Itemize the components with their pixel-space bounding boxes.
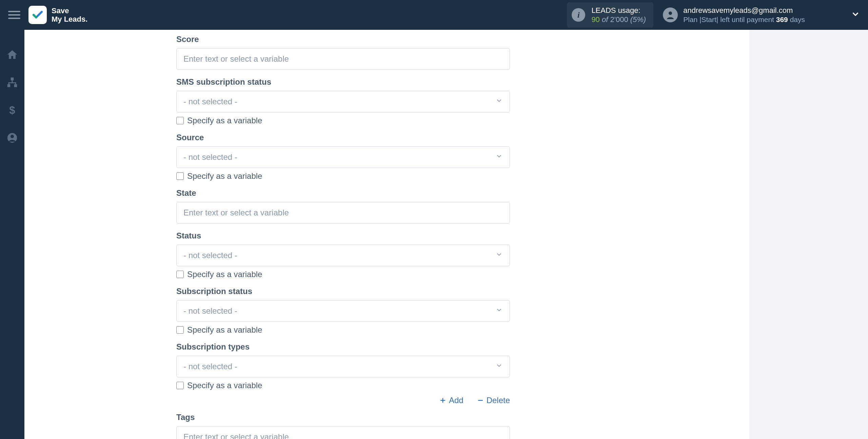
subscription-types-specify-variable-label[interactable]: Specify as a variable bbox=[187, 381, 262, 390]
leads-usage-panel[interactable]: i LEADS usage: 90 of 2'000 (5%) bbox=[567, 2, 653, 28]
minus-icon bbox=[477, 397, 484, 404]
account-menu[interactable]: andrewsavemyleads@gmail.com Plan |Start|… bbox=[663, 6, 860, 24]
source-specify-variable-label[interactable]: Specify as a variable bbox=[187, 171, 262, 181]
leads-usage-value: 90 of 2'000 (5%) bbox=[591, 15, 646, 24]
source-select[interactable]: - not selected - bbox=[176, 146, 510, 168]
sms-specify-variable-checkbox[interactable] bbox=[176, 117, 184, 124]
leads-usage-label: LEADS usage: bbox=[591, 6, 646, 15]
sidebar-item-integrations[interactable] bbox=[6, 77, 18, 89]
sms-subscription-status-select[interactable]: - not selected - bbox=[176, 91, 510, 112]
sidebar-item-home[interactable] bbox=[6, 49, 18, 62]
svg-rect-1 bbox=[11, 78, 14, 81]
subscription-types-specify-variable-checkbox[interactable] bbox=[176, 382, 184, 389]
header: Save My Leads. i LEADS usage: 90 of 2'00… bbox=[0, 0, 868, 30]
svg-text:$: $ bbox=[9, 104, 15, 116]
logo-text: Save My Leads. bbox=[52, 6, 87, 24]
account-email: andrewsavemyleads@gmail.com bbox=[683, 6, 805, 15]
sidebar-item-billing[interactable]: $ bbox=[6, 104, 18, 117]
sidebar-item-account[interactable] bbox=[6, 132, 18, 145]
svg-point-6 bbox=[11, 135, 14, 138]
subscription-types-select[interactable]: - not selected - bbox=[176, 356, 510, 377]
source-specify-variable-checkbox[interactable] bbox=[176, 172, 184, 180]
state-label: State bbox=[176, 188, 510, 198]
sms-specify-variable-label[interactable]: Specify as a variable bbox=[187, 116, 262, 125]
status-select[interactable]: - not selected - bbox=[176, 245, 510, 266]
score-label: Score bbox=[176, 35, 510, 44]
avatar-icon bbox=[663, 7, 678, 22]
logo[interactable]: Save My Leads. bbox=[28, 6, 87, 24]
logo-icon bbox=[28, 6, 47, 24]
form-card: Score SMS subscription status - not sele… bbox=[24, 30, 749, 439]
tags-label: Tags bbox=[176, 413, 510, 422]
subscription-status-select[interactable]: - not selected - bbox=[176, 300, 510, 322]
subscription-status-specify-variable-label[interactable]: Specify as a variable bbox=[187, 325, 262, 335]
plus-icon bbox=[439, 397, 446, 404]
svg-point-0 bbox=[669, 12, 672, 15]
state-input[interactable] bbox=[176, 202, 510, 224]
chevron-down-icon bbox=[495, 152, 503, 162]
status-specify-variable-checkbox[interactable] bbox=[176, 271, 184, 278]
info-icon: i bbox=[572, 8, 585, 22]
hamburger-menu-icon[interactable] bbox=[8, 9, 20, 21]
score-input[interactable] bbox=[176, 48, 510, 70]
status-specify-variable-label[interactable]: Specify as a variable bbox=[187, 270, 262, 279]
delete-button[interactable]: Delete bbox=[477, 396, 510, 405]
add-button[interactable]: Add bbox=[439, 396, 463, 405]
subscription-status-label: Subscription status bbox=[176, 287, 510, 296]
chevron-down-icon bbox=[495, 362, 503, 371]
tags-input[interactable] bbox=[176, 426, 510, 439]
svg-rect-3 bbox=[14, 84, 17, 87]
svg-rect-2 bbox=[7, 84, 10, 87]
chevron-down-icon bbox=[495, 97, 503, 106]
sidebar: $ bbox=[0, 30, 24, 439]
sms-subscription-status-label: SMS subscription status bbox=[176, 77, 510, 87]
chevron-down-icon bbox=[495, 251, 503, 260]
status-label: Status bbox=[176, 231, 510, 241]
account-plan: Plan |Start| left until payment 369 days bbox=[683, 15, 805, 24]
main-content: Score SMS subscription status - not sele… bbox=[24, 30, 868, 439]
subscription-status-specify-variable-checkbox[interactable] bbox=[176, 326, 184, 334]
source-label: Source bbox=[176, 133, 510, 142]
chevron-down-icon bbox=[495, 306, 503, 316]
subscription-types-label: Subscription types bbox=[176, 342, 510, 352]
chevron-down-icon[interactable] bbox=[851, 10, 860, 20]
